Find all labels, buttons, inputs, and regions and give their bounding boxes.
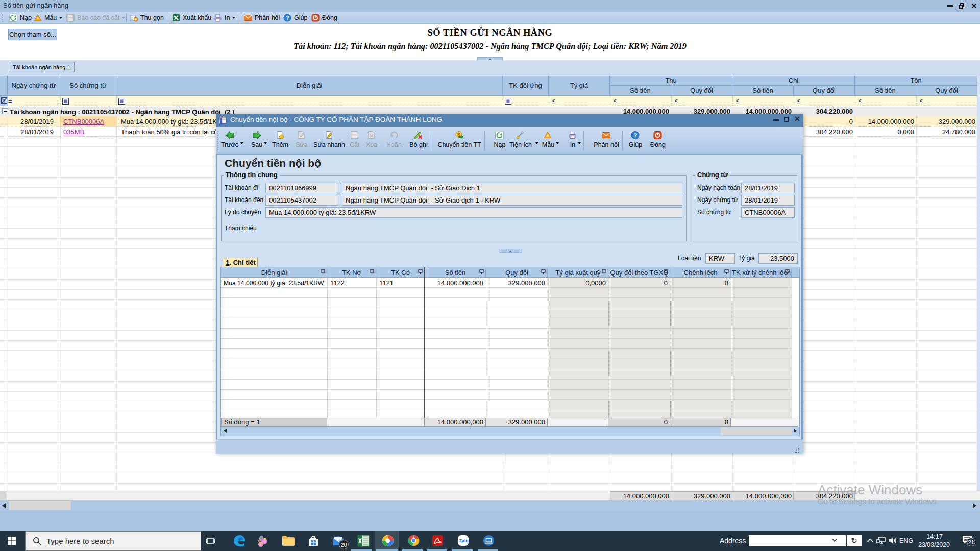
svg-text:Zalo: Zalo bbox=[459, 538, 469, 543]
svg-text:i: i bbox=[131, 15, 133, 21]
svg-text:?: ? bbox=[286, 15, 289, 21]
